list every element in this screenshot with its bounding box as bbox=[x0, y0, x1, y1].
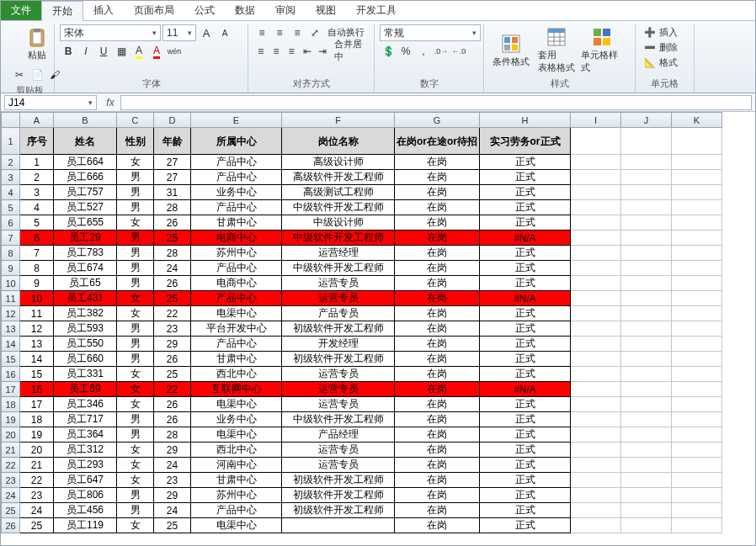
data-cell[interactable]: 22 bbox=[154, 382, 191, 397]
data-cell[interactable]: 25 bbox=[20, 518, 54, 533]
data-cell[interactable]: 电渠中心 bbox=[191, 518, 282, 533]
data-cell[interactable]: 正式 bbox=[480, 185, 571, 200]
data-cell[interactable]: 1 bbox=[20, 155, 54, 170]
col-header-K[interactable]: K bbox=[672, 113, 722, 128]
empty-cell[interactable] bbox=[571, 246, 621, 261]
fx-button[interactable]: fx bbox=[100, 97, 120, 109]
data-cell[interactable]: 员工331 bbox=[54, 367, 117, 382]
data-cell[interactable]: 9 bbox=[20, 276, 54, 291]
empty-cell[interactable] bbox=[571, 337, 621, 352]
col-header-D[interactable]: D bbox=[154, 113, 191, 128]
data-cell[interactable]: 在岗 bbox=[395, 155, 480, 170]
data-cell[interactable]: 男 bbox=[117, 412, 154, 427]
header-cell[interactable]: 年龄 bbox=[154, 128, 191, 155]
data-cell[interactable]: 26 bbox=[154, 215, 191, 231]
data-cell[interactable]: 员工456 bbox=[54, 503, 117, 518]
name-box[interactable]: J14▾ bbox=[4, 95, 97, 110]
conditional-format-button[interactable]: 条件格式 bbox=[489, 24, 533, 77]
data-cell[interactable]: 在岗 bbox=[395, 367, 480, 382]
data-cell[interactable]: 22 bbox=[20, 473, 54, 488]
data-cell[interactable]: 15 bbox=[20, 367, 54, 382]
tab-数据[interactable]: 数据 bbox=[225, 1, 265, 20]
data-cell[interactable]: 25 bbox=[154, 367, 191, 382]
empty-cell[interactable] bbox=[621, 518, 672, 533]
data-cell[interactable]: 员工757 bbox=[54, 185, 117, 200]
file-tab[interactable]: 文件 bbox=[1, 1, 41, 20]
empty-cell[interactable] bbox=[621, 170, 672, 185]
percent-button[interactable]: % bbox=[397, 43, 414, 60]
empty-cell[interactable] bbox=[621, 261, 672, 276]
data-cell[interactable]: 在岗 bbox=[395, 231, 480, 246]
shrink-font-button[interactable]: A bbox=[216, 24, 233, 41]
empty-cell[interactable] bbox=[571, 231, 621, 246]
empty-cell[interactable] bbox=[621, 291, 672, 306]
align-left-button[interactable]: ≡ bbox=[253, 43, 268, 60]
data-cell[interactable]: 初级软件开发工程师 bbox=[282, 473, 395, 488]
empty-cell[interactable] bbox=[672, 276, 722, 291]
data-cell[interactable]: 电渠中心 bbox=[191, 306, 282, 321]
data-cell[interactable]: 中级设计师 bbox=[282, 215, 395, 231]
row-header[interactable]: 25 bbox=[2, 503, 20, 518]
data-cell[interactable]: 甘肃中心 bbox=[191, 352, 282, 367]
data-cell[interactable]: 正式 bbox=[480, 337, 571, 352]
data-cell[interactable]: 13 bbox=[20, 337, 54, 352]
data-cell[interactable]: 初级软件开发工程师 bbox=[282, 488, 395, 503]
data-cell[interactable]: 员工431 bbox=[54, 291, 117, 306]
dec-inc-button[interactable]: .0→ bbox=[433, 43, 450, 60]
data-cell[interactable]: 29 bbox=[154, 443, 191, 458]
row-header[interactable]: 19 bbox=[2, 412, 20, 427]
data-cell[interactable]: 在岗 bbox=[395, 185, 480, 200]
data-cell[interactable]: 正式 bbox=[480, 170, 571, 185]
row-header[interactable]: 14 bbox=[2, 337, 20, 352]
data-cell[interactable]: 员工346 bbox=[54, 397, 117, 412]
empty-cell[interactable] bbox=[672, 443, 722, 458]
data-cell[interactable]: 正式 bbox=[480, 503, 571, 518]
data-cell[interactable]: 男 bbox=[117, 276, 154, 291]
row-header[interactable]: 11 bbox=[2, 291, 20, 306]
indent-dec-button[interactable]: ⇤ bbox=[300, 43, 314, 60]
empty-cell[interactable] bbox=[672, 170, 722, 185]
data-cell[interactable]: 25 bbox=[154, 291, 191, 306]
data-cell[interactable]: 产品中心 bbox=[191, 200, 282, 215]
data-cell[interactable]: 男 bbox=[117, 170, 154, 185]
empty-cell[interactable] bbox=[672, 412, 722, 427]
empty-cell[interactable] bbox=[571, 473, 621, 488]
data-cell[interactable]: 女 bbox=[117, 458, 154, 473]
empty-cell[interactable] bbox=[571, 488, 621, 503]
empty-cell[interactable] bbox=[672, 155, 722, 170]
data-cell[interactable]: 在岗 bbox=[395, 488, 480, 503]
data-cell[interactable]: 在岗 bbox=[395, 321, 480, 337]
border-button[interactable]: ▦ bbox=[113, 43, 130, 60]
empty-cell[interactable] bbox=[571, 170, 621, 185]
data-cell[interactable]: 女 bbox=[117, 473, 154, 488]
data-cell[interactable]: 高级软件开发工程师 bbox=[282, 170, 395, 185]
empty-cell[interactable] bbox=[672, 473, 722, 488]
data-cell[interactable]: 26 bbox=[154, 352, 191, 367]
copy-button[interactable]: 📄 bbox=[29, 66, 45, 83]
empty-cell[interactable] bbox=[571, 397, 621, 412]
tab-开发工具[interactable]: 开发工具 bbox=[346, 1, 407, 20]
data-cell[interactable]: 在岗 bbox=[395, 518, 480, 533]
align-mid-button[interactable]: ≡ bbox=[271, 24, 288, 41]
data-cell[interactable]: 21 bbox=[20, 458, 54, 473]
data-cell[interactable]: 业务中心 bbox=[191, 412, 282, 427]
empty-cell[interactable] bbox=[571, 155, 621, 170]
data-cell[interactable]: 产品中心 bbox=[191, 155, 282, 170]
data-cell[interactable]: 4 bbox=[20, 200, 54, 215]
data-cell[interactable]: 正式 bbox=[480, 443, 571, 458]
data-cell[interactable]: 运营专员 bbox=[282, 443, 395, 458]
data-cell[interactable]: #N/A bbox=[480, 291, 571, 306]
row-header[interactable]: 7 bbox=[2, 231, 20, 246]
data-cell[interactable]: 女 bbox=[117, 518, 154, 533]
data-cell[interactable]: 电商中心 bbox=[191, 276, 282, 291]
data-cell[interactable]: 初级软件开发工程师 bbox=[282, 503, 395, 518]
data-cell[interactable]: 女 bbox=[117, 443, 154, 458]
data-cell[interactable]: 员工382 bbox=[54, 306, 117, 321]
data-cell[interactable]: 正式 bbox=[480, 458, 571, 473]
header-cell[interactable]: 性别 bbox=[117, 128, 154, 155]
formula-input[interactable] bbox=[120, 95, 752, 110]
row-header[interactable]: 26 bbox=[2, 518, 20, 533]
empty-cell[interactable] bbox=[672, 246, 722, 261]
data-cell[interactable]: 正式 bbox=[480, 352, 571, 367]
empty-cell[interactable] bbox=[672, 518, 722, 533]
